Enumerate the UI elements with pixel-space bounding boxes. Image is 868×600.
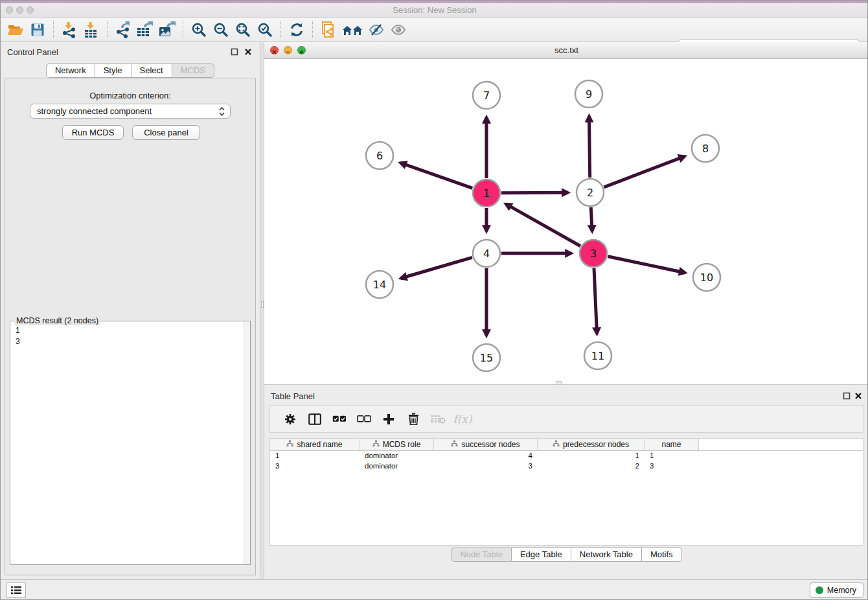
import-table-icon[interactable] — [80, 20, 102, 40]
column-header-label: shared name — [297, 440, 342, 449]
toolbar-separator — [53, 21, 54, 38]
control-panel: Control Panel Network Style Select MCDS … — [1, 42, 260, 579]
tab-mcds[interactable]: MCDS — [172, 63, 214, 78]
edge-4-14[interactable] — [401, 257, 472, 278]
node-label-11: 11 — [591, 350, 604, 362]
function-builder-icon: f(x) — [450, 409, 475, 430]
deselect-all-icon[interactable] — [352, 409, 376, 430]
optimization-criterion-select[interactable]: strongly connected component — [30, 104, 231, 119]
zoom-fit-icon[interactable] — [232, 20, 254, 40]
float-panel-icon[interactable] — [231, 48, 238, 56]
close-table-panel-icon[interactable] — [854, 392, 862, 400]
table-cell: 1 — [538, 451, 645, 461]
select-all-icon[interactable] — [327, 409, 352, 430]
tree-sort-icon — [286, 440, 293, 449]
table-cell: 3 — [434, 461, 538, 472]
close-panel-button[interactable]: Close panel — [132, 125, 200, 140]
edge-3-10[interactable] — [608, 257, 685, 273]
table-body: 1dominator4113dominator323 — [270, 451, 863, 472]
edge-2-9[interactable] — [589, 116, 589, 178]
control-panel-title: Control Panel — [7, 47, 58, 57]
edge-1-6[interactable] — [400, 163, 472, 188]
column-layout-icon[interactable] — [303, 409, 327, 430]
float-table-panel-icon[interactable] — [843, 392, 851, 400]
table-cell: dominator — [360, 451, 434, 461]
tab-select[interactable]: Select — [131, 63, 172, 78]
column-header-label: predecessor nodes — [563, 440, 629, 449]
vertical-splitter[interactable] — [260, 42, 264, 579]
memory-label: Memory — [827, 586, 856, 595]
tab-style[interactable]: Style — [95, 63, 131, 78]
table-cell: dominator — [360, 461, 434, 472]
table-settings-icon[interactable] — [278, 409, 303, 430]
tab-edge-table[interactable]: Edge Table — [512, 548, 571, 562]
chevron-up-down-icon — [218, 106, 225, 117]
mcds-result-list: 13 — [10, 324, 238, 349]
node-label-10: 10 — [700, 271, 713, 284]
fx-label: f(x) — [453, 413, 472, 426]
cytoscape-window: Session: New Session — [0, 0, 868, 600]
close-panel-icon[interactable] — [244, 48, 252, 56]
network-window-titlebar: scc.txt — [264, 42, 868, 59]
node-label-7: 7 — [483, 89, 490, 102]
node-label-1: 1 — [483, 187, 490, 200]
optimization-criterion-label: Optimization criterion: — [5, 91, 255, 100]
memory-button[interactable]: Memory — [810, 583, 863, 598]
tree-sort-icon — [372, 440, 380, 449]
delete-column-icon[interactable] — [401, 409, 426, 430]
table-cell: 3 — [270, 461, 360, 472]
tree-sort-icon — [553, 440, 560, 449]
node-label-2: 2 — [587, 187, 593, 199]
column-header-label: successor nodes — [461, 440, 520, 449]
table-panel-title: Table Panel — [271, 391, 315, 401]
table-cell: 1 — [645, 451, 699, 461]
window-title: Session: New Session — [1, 3, 868, 17]
edge-2-8[interactable] — [604, 156, 685, 187]
refresh-icon[interactable] — [286, 20, 308, 40]
tab-network-table[interactable]: Network Table — [571, 548, 642, 562]
add-column-icon[interactable] — [376, 409, 401, 430]
tab-motifs[interactable]: Motifs — [642, 548, 682, 562]
clone-network-icon[interactable] — [317, 20, 339, 40]
export-image-icon[interactable] — [156, 20, 178, 40]
show-all-icon[interactable] — [387, 20, 409, 40]
zoom-in-icon[interactable] — [188, 20, 210, 40]
table-row[interactable]: 1dominator411 — [270, 451, 863, 461]
column-header-name[interactable]: name — [645, 439, 699, 450]
control-panel-header: Control Panel — [1, 42, 260, 62]
table-row[interactable]: 3dominator323 — [270, 461, 863, 472]
export-table-icon[interactable] — [134, 20, 156, 40]
main-toolbar — [1, 17, 868, 42]
import-network-icon[interactable] — [58, 20, 80, 40]
zoom-selected-icon[interactable] — [254, 20, 276, 40]
network-canvas[interactable]: 7968124314101511 — [264, 59, 868, 385]
result-scrollbar[interactable] — [244, 321, 250, 564]
save-session-icon[interactable] — [27, 20, 49, 40]
toolbar-separator — [107, 21, 108, 38]
tab-network[interactable]: Network — [46, 63, 95, 78]
table-header-row: shared nameMCDS rolesuccessor nodesprede… — [270, 439, 863, 451]
zoom-out-icon[interactable] — [210, 20, 232, 40]
splitter-grip[interactable] — [261, 301, 264, 308]
edge-1-2[interactable] — [501, 192, 568, 193]
first-neighbors-icon[interactable] — [339, 20, 365, 40]
column-header-predecessor-nodes[interactable]: predecessor nodes — [538, 439, 645, 450]
tab-node-table[interactable]: Node Table — [451, 548, 512, 562]
column-header-successor-nodes[interactable]: successor nodes — [434, 439, 538, 450]
run-mcds-button[interactable]: Run MCDS — [62, 125, 124, 140]
column-header-shared-name[interactable]: shared name — [270, 439, 360, 450]
hide-selected-icon[interactable] — [365, 20, 387, 40]
edge-3-11[interactable] — [594, 268, 597, 334]
column-header-MCDS-role[interactable]: MCDS role — [360, 439, 434, 450]
node-table[interactable]: shared nameMCDS rolesuccessor nodesprede… — [269, 438, 863, 546]
open-session-icon[interactable] — [5, 20, 27, 40]
tree-sort-icon — [451, 440, 458, 449]
export-network-icon[interactable] — [112, 20, 134, 40]
selected-criterion: strongly connected component — [37, 106, 152, 116]
edge-3-1[interactable] — [506, 204, 580, 246]
table-cell: 3 — [645, 461, 699, 472]
column-header-label: name — [661, 440, 681, 449]
task-history-button[interactable] — [6, 583, 26, 598]
horizontal-splitter-grip[interactable] — [556, 381, 562, 385]
edge-2-3[interactable] — [591, 207, 592, 231]
